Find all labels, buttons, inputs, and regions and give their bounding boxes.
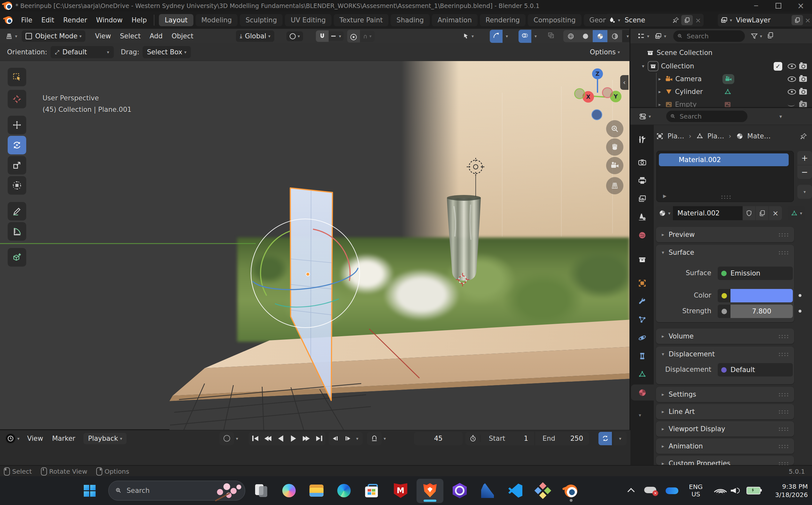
- hide-eye-icon[interactable]: [788, 76, 796, 82]
- axis-neg-y-ball[interactable]: [574, 88, 585, 99]
- end-frame-field[interactable]: End 250: [535, 432, 589, 445]
- tab-view-layer[interactable]: [632, 191, 652, 207]
- vscode-icon[interactable]: [506, 480, 524, 501]
- next-keyframe-button[interactable]: [300, 432, 313, 445]
- playback-dropdown[interactable]: Playback▾: [84, 433, 127, 444]
- proportional-falloff-dropdown[interactable]: ∩▾: [360, 31, 375, 42]
- list-expand-icon[interactable]: ▶: [663, 193, 667, 198]
- outliner-search[interactable]: [673, 30, 745, 42]
- properties-editor-type-button[interactable]: ▾: [639, 113, 651, 121]
- strength-slider[interactable]: 7.800: [718, 305, 793, 318]
- slot-specials-dropdown[interactable]: ▾: [797, 185, 812, 199]
- tool-transform[interactable]: [8, 176, 26, 195]
- timeline-menu-marker[interactable]: Marker: [48, 435, 80, 442]
- mcafee-icon[interactable]: M: [391, 480, 410, 501]
- onedrive-error-icon[interactable]: ×: [644, 487, 656, 495]
- tab-modeling[interactable]: Modeling: [196, 14, 238, 26]
- camera-view-button[interactable]: [606, 157, 623, 174]
- tab-shading[interactable]: Shading: [391, 14, 429, 26]
- close-button[interactable]: ×: [790, 0, 812, 11]
- clock[interactable]: 9:38 PM 3/18/2026: [772, 482, 808, 499]
- outliner-row-scene-collection[interactable]: Scene Collection: [630, 47, 812, 59]
- breadcrumb-data-icon[interactable]: [696, 132, 704, 140]
- overlays-dropdown[interactable]: ▾: [533, 31, 538, 41]
- tool-scale[interactable]: [8, 156, 26, 175]
- tab-animation[interactable]: Animation: [432, 14, 478, 26]
- menu-help[interactable]: Help: [127, 16, 151, 24]
- hidden-eye-icon[interactable]: [788, 103, 795, 107]
- mesh-data-icon[interactable]: [724, 88, 732, 96]
- outliner-search-input[interactable]: [686, 32, 735, 40]
- drawio-icon[interactable]: [534, 480, 552, 501]
- snap-toggle[interactable]: [316, 30, 329, 42]
- sidebar-collapse-arrow[interactable]: ‹: [620, 75, 629, 90]
- outliner-row-empty[interactable]: ▸ Empty: [630, 99, 812, 107]
- play-button[interactable]: [287, 432, 300, 445]
- new-scene-button[interactable]: [681, 15, 693, 25]
- new-collection-button[interactable]: [767, 32, 774, 41]
- shading-material-button[interactable]: [593, 30, 607, 42]
- menu-file[interactable]: File: [17, 16, 37, 24]
- pin-icon[interactable]: [672, 17, 679, 24]
- tab-compositing[interactable]: Compositing: [528, 14, 582, 26]
- disable-render-icon[interactable]: [799, 63, 807, 69]
- minimize-button[interactable]: ─: [745, 0, 767, 11]
- xray-toggle[interactable]: [547, 32, 555, 41]
- viewport-menu-select[interactable]: Select: [116, 32, 145, 40]
- camera-data-icon[interactable]: [722, 74, 734, 84]
- expand-icon[interactable]: ▸: [659, 76, 661, 82]
- tool-select-box[interactable]: [8, 68, 26, 86]
- unlink-scene-icon[interactable]: ×: [695, 16, 701, 24]
- outliner-editor-type-button[interactable]: ▾: [637, 32, 649, 40]
- material-browse-dropdown[interactable]: ▾: [656, 206, 673, 220]
- taskbar-search[interactable]: [108, 481, 245, 501]
- viewport-menu-object[interactable]: Object: [167, 32, 198, 40]
- battery-icon[interactable]: [747, 487, 761, 494]
- show-gizmos-toggle[interactable]: [490, 30, 503, 43]
- options-dropdown[interactable]: Options▾: [590, 48, 620, 56]
- frame-forward-button[interactable]: [341, 432, 354, 445]
- panel-viewport-display[interactable]: ▸Viewport Display: [656, 421, 794, 437]
- volume-icon[interactable]: [731, 488, 740, 494]
- breadcrumb-data[interactable]: Pla…: [707, 132, 724, 140]
- glass-object[interactable]: [447, 195, 481, 281]
- mode-dropdown[interactable]: Object Mode▾: [22, 30, 86, 42]
- navigation-gizmo[interactable]: Z X Y: [572, 64, 627, 122]
- breadcrumb-material-icon[interactable]: [736, 132, 744, 140]
- disable-render-icon[interactable]: [799, 89, 807, 95]
- drag-dropdown[interactable]: Select Box▾: [143, 46, 191, 58]
- properties-search-input[interactable]: [679, 112, 728, 121]
- visibility-dropdown[interactable]: ▾: [462, 33, 474, 40]
- axis-neg-z-ball[interactable]: [592, 109, 602, 120]
- tool-cursor[interactable]: [8, 90, 26, 108]
- copy-material-button[interactable]: [756, 206, 769, 220]
- tab-data[interactable]: [632, 366, 652, 382]
- panel-volume[interactable]: ▸Volume: [656, 329, 794, 344]
- wireshark-icon[interactable]: [479, 480, 496, 501]
- file-explorer-icon[interactable]: [308, 480, 325, 501]
- displacement-value-dropdown[interactable]: Default: [718, 363, 793, 376]
- outliner-row-collection[interactable]: ▾ Collection ✓: [630, 60, 812, 72]
- filter-icon[interactable]: ▾: [751, 33, 762, 40]
- timeline-menu-view[interactable]: View: [23, 435, 48, 442]
- disable-render-icon[interactable]: [799, 102, 807, 108]
- new-viewlayer-button[interactable]: [792, 15, 803, 25]
- unlink-material-button[interactable]: ×: [769, 206, 782, 220]
- nodetree-dropdown[interactable]: ▾: [788, 206, 805, 220]
- collection-checkbox[interactable]: ✓: [774, 62, 782, 70]
- strength-animate-dot[interactable]: [799, 310, 801, 313]
- shading-dropdown[interactable]: ▾: [624, 33, 630, 39]
- proportional-editing-toggle[interactable]: [347, 30, 360, 42]
- panel-settings[interactable]: ▸Settings: [656, 387, 794, 402]
- surface-value-dropdown[interactable]: Emission: [718, 267, 793, 280]
- tool-rotate[interactable]: [8, 136, 26, 154]
- remove-slot-button[interactable]: −: [797, 165, 812, 179]
- start-button[interactable]: [80, 480, 99, 501]
- shading-rendered-button[interactable]: [607, 30, 622, 42]
- start-frame-field[interactable]: Start 1: [481, 432, 535, 445]
- breadcrumb-object-icon[interactable]: [656, 132, 664, 140]
- color-socket-icon[interactable]: [721, 293, 727, 299]
- empty-image-object[interactable]: [467, 158, 485, 197]
- axis-neg-x-ball[interactable]: [602, 87, 613, 98]
- wifi-icon[interactable]: [715, 487, 725, 494]
